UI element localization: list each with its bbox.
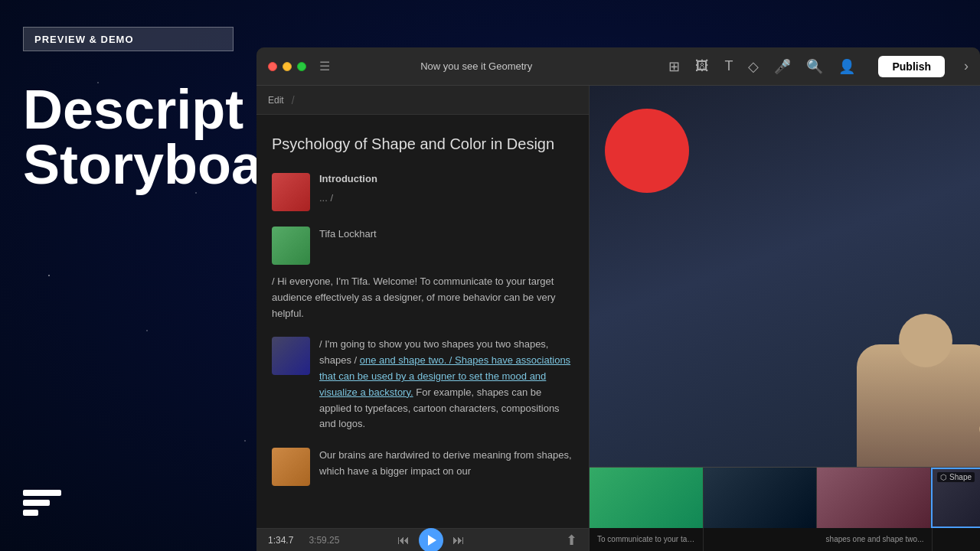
thumbnail-tifa xyxy=(272,227,310,265)
shape-red-circle[interactable] xyxy=(605,109,689,193)
publish-button[interactable]: Publish xyxy=(878,56,945,77)
person-head xyxy=(899,314,952,367)
grid-icon[interactable]: ⊞ xyxy=(668,58,680,75)
play-icon xyxy=(428,535,436,546)
film-shape-label: ⬡ Shape xyxy=(937,472,975,482)
filmstrip: ⬡ Shape xyxy=(590,467,980,528)
document-title: Psychology of Shape and Color in Design xyxy=(272,134,573,154)
toolbar-icons: ⊞ 🖼 T ◇ 🎤 🔍 👤 Publish › xyxy=(668,56,969,77)
window-title: Now you see it Geometry xyxy=(293,60,659,72)
speaker-row-3: / I'm going to show you two shapes you t… xyxy=(272,337,573,432)
edit-button[interactable]: Edit xyxy=(268,95,284,106)
more-icon[interactable]: › xyxy=(964,58,969,74)
playback-controls: ⏮ ⏭ xyxy=(397,528,465,552)
filmstrip-item-2[interactable] xyxy=(704,468,818,528)
speaker-row-4: Our brains are hardwired to derive meani… xyxy=(272,448,573,486)
filmstrip-item-3[interactable] xyxy=(817,468,931,528)
app-window: ☰ Now you see it Geometry ⊞ 🖼 T ◇ 🎤 🔍 👤 … xyxy=(256,47,980,551)
prev-button[interactable]: ⏮ xyxy=(397,533,410,547)
preview-badge: PREVIEW & DEMO xyxy=(23,27,234,51)
transcript-section-2: / I'm going to show you two shapes you t… xyxy=(272,337,573,432)
upload-icon[interactable]: ⬆ xyxy=(566,532,577,549)
content-area: Edit / Psychology of Shape and Color in … xyxy=(256,86,980,551)
left-panel: PREVIEW & DEMO Descript Storyboard xyxy=(0,0,256,551)
filmstrip-item-selected[interactable]: ⬡ Shape xyxy=(931,468,980,528)
speaker-name: Tifa Lockhart xyxy=(319,227,377,243)
subtitle-1: To communicate to your target audience..… xyxy=(590,528,704,551)
next-button[interactable]: ⏭ xyxy=(452,533,465,547)
timeline-bar: 1:34.7 3:59.25 ⏮ ⏭ ⬆ xyxy=(256,528,589,551)
editor-panel: Edit / Psychology of Shape and Color in … xyxy=(256,86,590,551)
transcript-block-3: Our brains are hardwired to derive meani… xyxy=(319,448,573,480)
text-icon[interactable]: T xyxy=(724,58,733,74)
descript-logo xyxy=(23,490,61,528)
current-time: 1:34.7 xyxy=(268,535,293,546)
subtitle-bar: To communicate to your target audience..… xyxy=(590,528,980,551)
section-label-intro: Introduction xyxy=(319,173,377,184)
speaker-row-intro: Introduction ... / xyxy=(272,173,573,211)
person-icon[interactable]: 👤 xyxy=(838,58,855,75)
editor-content[interactable]: Psychology of Shape and Color in Design … xyxy=(256,115,589,528)
logo-bar-2 xyxy=(23,500,50,506)
title-bar: ☰ Now you see it Geometry ⊞ 🖼 T ◇ 🎤 🔍 👤 … xyxy=(256,47,980,86)
speaker-section: Tifa Lockhart / Hi everyone, I'm Tifa. W… xyxy=(272,227,573,321)
editor-toolbar: Edit / xyxy=(256,86,589,115)
minimize-button[interactable] xyxy=(283,62,292,71)
thumbnail-intro xyxy=(272,173,310,211)
video-panel: ⬡ Shape To communicate to your target au… xyxy=(590,86,980,551)
thumbnail-4 xyxy=(272,448,310,486)
hero-title-line1: Descript xyxy=(23,82,234,137)
search-icon[interactable]: 🔍 xyxy=(806,58,823,75)
transcript-section-3: Our brains are hardwired to derive meani… xyxy=(272,448,573,486)
total-time: 3:59.25 xyxy=(309,535,339,546)
hero-title: Descript Storyboard xyxy=(23,82,234,192)
introduction-section: Introduction ... / xyxy=(272,173,573,211)
transcript-block-1: / Hi everyone, I'm Tifa. Welcome! To com… xyxy=(272,274,573,321)
transcript-block-2: / I'm going to show you two shapes you t… xyxy=(319,337,573,432)
logo-icon xyxy=(23,490,61,528)
logo-bar-1 xyxy=(23,490,61,496)
video-person-area xyxy=(841,314,980,467)
speaker-row-tifa: Tifa Lockhart xyxy=(272,227,573,265)
mic-icon[interactable]: 🎤 xyxy=(774,58,791,75)
play-button[interactable] xyxy=(419,528,443,552)
highlight-text-1: one and shape two. / Shapes have associa… xyxy=(319,354,570,398)
video-preview xyxy=(590,86,980,467)
hero-title-line2: Storyboard xyxy=(23,137,234,192)
preview-badge-text: PREVIEW & DEMO xyxy=(34,34,134,45)
thumbnail-3 xyxy=(272,337,310,375)
toolbar-divider: / xyxy=(292,94,295,106)
logo-bar-3 xyxy=(23,510,38,516)
close-button[interactable] xyxy=(268,62,277,71)
filmstrip-item-1[interactable] xyxy=(590,468,704,528)
shapes-icon[interactable]: ◇ xyxy=(748,58,759,75)
transcript-ellipsis: ... / xyxy=(319,191,377,207)
image-icon[interactable]: 🖼 xyxy=(695,58,709,74)
subtitle-3: shapes one and shape two... xyxy=(818,528,933,551)
